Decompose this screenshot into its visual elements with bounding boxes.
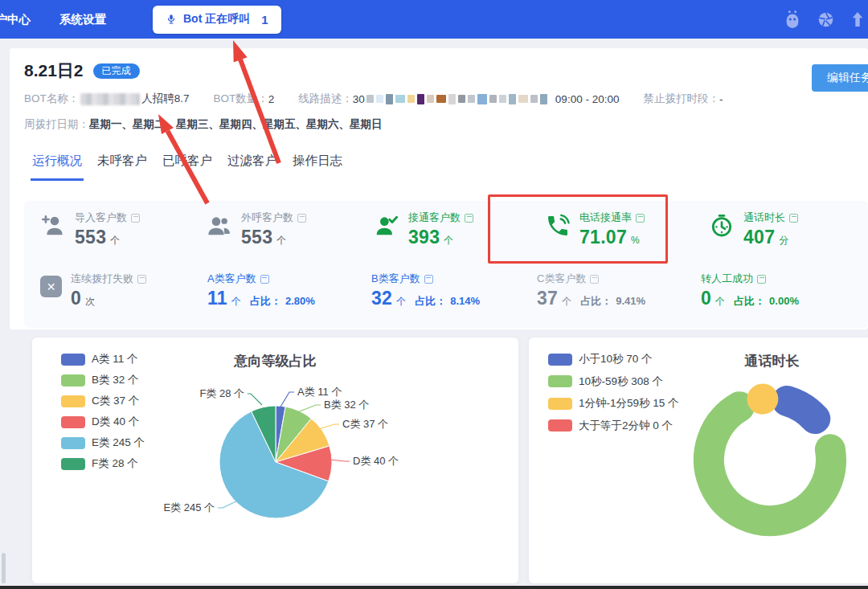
bot-count-label: BOT数量： xyxy=(214,92,268,106)
tab-run-overview[interactable]: 运行概况 xyxy=(31,148,84,181)
x-icon xyxy=(40,276,62,297)
week-dial-value: 星期一、星期二、星期三、星期四、星期五、星期六、星期日 xyxy=(89,117,383,132)
bot-name-value: 人招聘8.7 xyxy=(141,92,189,106)
stat-label: C类客户数 xyxy=(537,272,586,286)
ratio-label: 占比： xyxy=(580,294,612,309)
calendar-icon xyxy=(590,275,599,284)
stat-value: 11 xyxy=(207,288,227,309)
stat-value: 0 xyxy=(71,288,81,309)
stat-label: 转人工成功 xyxy=(701,272,753,286)
task-detail-panel: 8.21日2 已完成 编辑任务 BOT名称： 人招聘8.7 BOT数量： 2 线… xyxy=(10,48,868,329)
ratio-value: 2.80% xyxy=(285,295,315,307)
stat-outbound-customers: 外呼客户数 553个 xyxy=(207,211,306,248)
tab-called-customers[interactable]: 已呼客户 xyxy=(161,148,214,181)
pie-label-leader xyxy=(218,500,240,508)
tab-operation-log[interactable]: 操作日志 xyxy=(291,148,344,181)
shutter-icon[interactable] xyxy=(817,11,834,28)
stat-transfer-success: 转人工成功 0个占比：0.00% xyxy=(701,272,799,309)
line-desc-prefix: 30 xyxy=(353,93,365,105)
pie-label: F类 28 个 xyxy=(199,387,244,399)
screen-bottom-edge xyxy=(0,586,868,589)
week-dial-row: 周拨打日期： 星期一、星期二、星期三、星期四、星期五、星期六、星期日 xyxy=(24,117,383,132)
stat-value: 71.07 xyxy=(579,227,627,248)
upload-icon[interactable] xyxy=(850,10,865,28)
bot-info-row: BOT名称： 人招聘8.7 BOT数量： 2 线路描述： 30 09:00 - … xyxy=(24,92,723,106)
redacted-bot-name xyxy=(80,93,140,105)
call-duration-donut-chart[interactable] xyxy=(529,337,868,583)
donut-segment-小于10秒[interactable] xyxy=(787,401,815,419)
calendar-icon xyxy=(260,275,269,284)
forbidden-period-label: 禁止拨打时段： xyxy=(643,92,719,106)
phone-icon xyxy=(545,213,571,239)
pie-label: A类 11 个 xyxy=(297,386,342,398)
stat-label: A类客户数 xyxy=(207,272,256,286)
stat-value: 0 xyxy=(701,288,711,309)
bot-name-label: BOT名称： xyxy=(24,92,79,106)
stat-class-c: C类客户数 37个占比：9.41% xyxy=(537,272,645,309)
pie-label-leader xyxy=(248,394,262,405)
person-check-icon xyxy=(374,213,399,239)
pie-label: E类 245 个 xyxy=(163,501,215,513)
stat-class-b: B类客户数 32个占比：8.14% xyxy=(371,272,480,309)
ratio-label: 占比： xyxy=(415,294,446,309)
stat-unit: 个 xyxy=(562,295,571,309)
forbidden-period-value: - xyxy=(719,93,723,105)
calendar-icon xyxy=(636,214,645,223)
stat-label: 导入客户数 xyxy=(75,211,127,225)
bot-calling-label: Bot 正在呼叫 xyxy=(183,12,250,27)
bot-count-value: 2 xyxy=(268,93,275,105)
ratio-value: 9.41% xyxy=(616,295,645,307)
stat-label: 电话接通率 xyxy=(579,211,632,225)
stat-value: 393 xyxy=(408,227,440,248)
calendar-icon xyxy=(789,214,798,223)
intent-pie-chart[interactable]: A类 11 个B类 32 个C类 37 个D类 40 个E类 245 个F类 2… xyxy=(32,337,518,583)
calendar-icon xyxy=(757,275,766,284)
tab-uncalled-customers[interactable]: 未呼客户 xyxy=(96,148,149,181)
line-desc-label: 线路描述： xyxy=(298,92,353,106)
stat-value: 32 xyxy=(371,288,392,309)
person-plus-icon xyxy=(40,213,66,239)
edit-task-button[interactable]: 编辑任务 xyxy=(812,64,868,92)
tab-filtered-customers[interactable]: 过滤客户 xyxy=(226,148,279,181)
pie-label: D类 40 个 xyxy=(353,455,399,467)
detail-tabs: 运行概况 未呼客户 已呼客户 过滤客户 操作日志 xyxy=(31,148,344,181)
stat-unit: 次 xyxy=(85,295,95,309)
nav-item-system-settings[interactable]: 系统设置 xyxy=(59,12,106,27)
stat-call-duration: 通话时长 407分 xyxy=(709,211,798,248)
stat-label: 通话时长 xyxy=(743,211,785,225)
scrollbar-thumb[interactable] xyxy=(2,553,6,583)
bot-calling-button[interactable]: Bot 正在呼叫 1 xyxy=(153,6,281,34)
stat-label: B类客户数 xyxy=(371,272,420,286)
mic-icon xyxy=(166,12,177,27)
stat-value: 37 xyxy=(537,288,558,309)
stat-unit: 个 xyxy=(715,295,725,309)
bot-calling-count: 1 xyxy=(261,13,268,27)
pie-label: B类 32 个 xyxy=(324,399,369,411)
call-duration-chart-card: 通话时长 小于10秒 70 个10秒-59秒 308 个1分钟-1分59秒 15… xyxy=(529,337,868,583)
robot-icon[interactable] xyxy=(784,10,801,29)
stat-unit: % xyxy=(631,235,640,246)
stat-unit: 分 xyxy=(779,234,788,247)
calendar-icon xyxy=(424,275,433,284)
calendar-icon xyxy=(297,214,306,223)
stat-unit: 个 xyxy=(276,234,286,247)
ratio-label: 占比： xyxy=(734,294,765,309)
dashboard-screen: 客户中心 系统设置 Bot 正在呼叫 1 8.21日2 已完成 编辑任务 xyxy=(0,0,868,589)
status-badge: 已完成 xyxy=(93,63,140,79)
stat-unit: 个 xyxy=(110,234,120,247)
stat-value: 553 xyxy=(241,227,272,248)
nav-item-customer-center[interactable]: 客户中心 xyxy=(0,12,31,27)
stat-imported-customers: 导入客户数 553个 xyxy=(40,211,140,248)
stat-class-a: A类客户数 11个占比：2.80% xyxy=(207,272,315,309)
timer-icon xyxy=(709,213,735,239)
stats-panel: 导入客户数 553个 外呼客户数 553个 接通客户数 xyxy=(24,201,868,328)
ratio-label: 占比： xyxy=(250,294,281,309)
top-nav-bar: 客户中心 系统设置 Bot 正在呼叫 1 xyxy=(0,0,868,39)
call-time-range: 09:00 - 20:00 xyxy=(555,93,620,105)
pie-label: C类 37 个 xyxy=(342,418,388,430)
stat-connect-rate: 电话接通率 71.07% xyxy=(545,211,645,248)
stat-value: 553 xyxy=(75,227,106,248)
stat-connected-customers: 接通客户数 393个 xyxy=(374,211,473,248)
redacted-line-desc xyxy=(366,94,547,104)
stat-unit: 个 xyxy=(396,295,406,309)
